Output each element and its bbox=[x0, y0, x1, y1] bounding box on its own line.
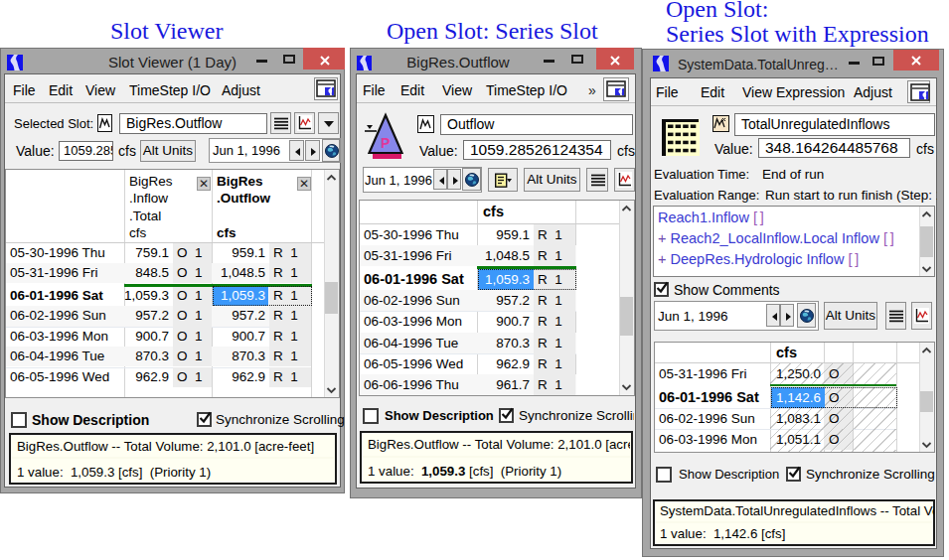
svg-text:P: P bbox=[381, 135, 390, 151]
